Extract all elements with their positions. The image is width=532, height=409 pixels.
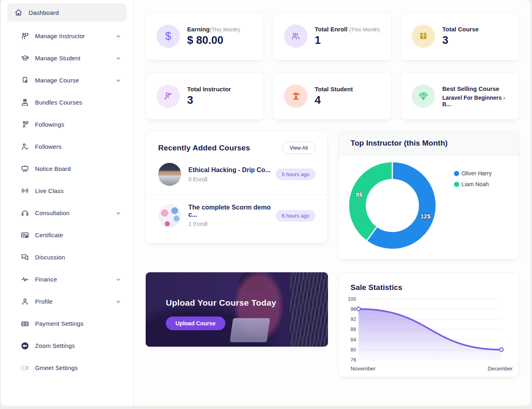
sidebar-item-label: Finance bbox=[35, 276, 57, 283]
sidebar-item-label: Followers bbox=[35, 143, 62, 150]
sale-statistics-card: Sale Statistics 100969288848076NovemberD… bbox=[338, 272, 519, 377]
instructor-board-icon bbox=[20, 31, 30, 41]
section-title: Top Instructor (this Month) bbox=[351, 139, 447, 148]
main-content: $ Earning(This Month) $ 80.00 Total Enro… bbox=[134, 0, 530, 406]
sidebar-item-label: Notice Board bbox=[35, 165, 71, 172]
sidebar-item-label: Profile bbox=[35, 298, 53, 305]
svg-text:December: December bbox=[488, 366, 513, 372]
sidebar-item-notice-board[interactable]: Notice Board bbox=[1, 158, 133, 180]
stat-value: 3 bbox=[442, 34, 479, 47]
stat-card-total-course: Total Course 3 bbox=[401, 12, 519, 60]
stat-title: Earning bbox=[187, 26, 210, 33]
stat-value: 3 bbox=[187, 94, 231, 107]
gmeet-camera-icon bbox=[20, 363, 30, 373]
svg-text:100: 100 bbox=[348, 296, 356, 302]
sidebar-item-label: Manage Course bbox=[35, 77, 79, 84]
sidebar-item-label: Zoom Settings bbox=[35, 342, 75, 349]
zoom-video-icon bbox=[20, 341, 30, 351]
stat-value: 4 bbox=[315, 94, 353, 107]
person-icon bbox=[20, 297, 30, 306]
legend-dot bbox=[454, 171, 459, 176]
sidebar-item-label: Manage Instructor bbox=[35, 33, 85, 39]
top-instructor-card: Top Instructor (this Month) 12$8$ Oliver… bbox=[338, 131, 519, 259]
chevron-down-icon bbox=[115, 33, 121, 39]
stat-title: Best Selling Course bbox=[442, 85, 499, 92]
sidebar-item-label: Manage Student bbox=[35, 55, 80, 62]
sidebar-item-live-class[interactable]: Live Class bbox=[1, 180, 133, 202]
person-check-icon bbox=[157, 84, 180, 108]
svg-text:92: 92 bbox=[351, 317, 356, 322]
stat-card-best-selling: Best Selling Course Laravel For Beginner… bbox=[401, 72, 519, 120]
sidebar-item-certificate[interactable]: Certificate bbox=[1, 224, 133, 246]
sidebar-item-label: Bundles Courses bbox=[35, 99, 82, 106]
svg-text:80: 80 bbox=[351, 347, 356, 353]
banner-title: Upload Your Course Today bbox=[166, 298, 276, 308]
svg-text:November: November bbox=[351, 366, 376, 372]
svg-text:96: 96 bbox=[351, 306, 356, 312]
svg-text:8$: 8$ bbox=[356, 191, 363, 198]
course-enroll-count: 0 Enroll bbox=[188, 176, 270, 183]
sidebar: Dashboard Manage Instructor Manage Stude… bbox=[1, 0, 134, 406]
chevron-down-icon bbox=[115, 55, 121, 61]
stat-card-total-student: Total Student 4 bbox=[273, 72, 392, 120]
stat-card-total-enroll: Total Enroll (This Month) 1 bbox=[273, 12, 392, 60]
sidebar-item-consultation[interactable]: Consultation bbox=[1, 202, 133, 224]
stat-title: Total Enroll bbox=[315, 26, 347, 33]
sidebar-item-followers[interactable]: Followers bbox=[1, 136, 133, 158]
course-tablet-icon bbox=[20, 76, 30, 85]
sidebar-item-payment-settings[interactable]: Payment Settings bbox=[1, 312, 133, 335]
sidebar-item-dashboard[interactable]: Dashboard bbox=[7, 3, 127, 22]
course-list-item[interactable]: Ethical Hacking - Drip Co... 0 Enroll 5 … bbox=[146, 154, 328, 195]
legend-dot bbox=[454, 182, 459, 187]
course-title: Ethical Hacking - Drip Co... bbox=[188, 166, 270, 174]
legend-label: Oliver Harry bbox=[462, 170, 492, 177]
stat-value: Laravel For Beginners - B... bbox=[442, 95, 508, 107]
upload-course-button[interactable]: Upload Course bbox=[166, 317, 225, 330]
chart-legend: Oliver Harry Liam Noah bbox=[454, 170, 492, 192]
sidebar-item-profile[interactable]: Profile bbox=[1, 290, 133, 312]
sidebar-item-bundles-courses[interactable]: Bundles Courses bbox=[1, 91, 133, 113]
stat-value: 1 bbox=[315, 34, 380, 47]
graduate-icon bbox=[284, 84, 307, 108]
sidebar-item-label: Followings bbox=[35, 121, 64, 128]
view-all-button[interactable]: View All bbox=[282, 142, 315, 154]
sidebar-item-manage-student[interactable]: Manage Student bbox=[1, 47, 133, 69]
course-enroll-count: 1 Enroll bbox=[188, 221, 276, 227]
time-ago-badge: 5 hours ago bbox=[276, 169, 315, 180]
broadcast-icon bbox=[20, 186, 30, 196]
sidebar-item-zoom-settings[interactable]: Zoom Settings bbox=[1, 335, 133, 357]
sidebar-item-manage-instructor[interactable]: Manage Instructor bbox=[1, 25, 133, 47]
chat-bubbles-icon bbox=[20, 253, 30, 262]
walking-flag-icon bbox=[20, 120, 30, 129]
chevron-down-icon bbox=[115, 78, 121, 83]
pulse-icon bbox=[20, 275, 30, 284]
stat-value: $ 80.00 bbox=[187, 34, 240, 47]
sidebar-item-label: Dashboard bbox=[29, 9, 59, 16]
bundle-box-icon bbox=[20, 98, 30, 107]
sidebar-item-gmeet-settings[interactable]: Gmeet Settings bbox=[1, 357, 133, 379]
sidebar-item-label: Payment Settings bbox=[35, 320, 84, 327]
course-thumbnail bbox=[158, 163, 181, 186]
chevron-down-icon bbox=[115, 299, 121, 304]
sidebar-item-label: Gmeet Settings bbox=[35, 364, 78, 371]
sidebar-item-label: Certificate bbox=[35, 232, 63, 238]
sidebar-item-discussion[interactable]: Discussion bbox=[1, 246, 133, 268]
stat-title: Total Instructor bbox=[187, 86, 231, 92]
sidebar-item-finance[interactable]: Finance bbox=[1, 268, 133, 290]
svg-text:76: 76 bbox=[351, 357, 356, 363]
banknote-icon bbox=[20, 319, 30, 329]
sidebar-item-manage-course[interactable]: Manage Course bbox=[1, 69, 133, 91]
svg-text:84: 84 bbox=[351, 337, 356, 343]
upload-course-banner: Upload Your Course Today Upload Course bbox=[146, 272, 328, 347]
sidebar-item-followings[interactable]: Followings bbox=[1, 113, 133, 136]
chevron-down-icon bbox=[115, 210, 121, 216]
person-arrow-icon bbox=[20, 142, 30, 152]
course-list-item[interactable]: The complete Scorm demo c... 1 Enroll 6 … bbox=[146, 195, 328, 236]
open-book-icon bbox=[412, 25, 435, 48]
stat-subtitle: (This Month) bbox=[210, 27, 240, 33]
stat-title: Total Student bbox=[315, 86, 353, 92]
certificate-icon bbox=[20, 230, 30, 240]
headset-icon bbox=[20, 208, 30, 218]
course-title: The complete Scorm demo c... bbox=[188, 204, 276, 218]
stat-card-earning: $ Earning(This Month) $ 80.00 bbox=[146, 12, 264, 60]
